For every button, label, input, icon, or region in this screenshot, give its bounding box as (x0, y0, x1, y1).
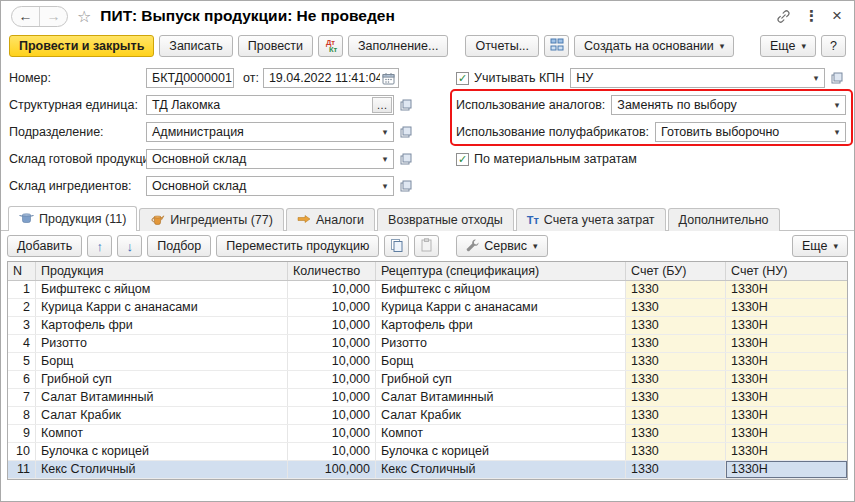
date-field[interactable]: 19.04.2022 11:41:04 (263, 68, 399, 88)
cell-account-bu[interactable]: 1330 (626, 353, 726, 370)
table-more-button[interactable]: Еще ▾ (792, 235, 848, 257)
cell-account-nu[interactable]: 1330Н (726, 389, 847, 406)
cell-account-nu[interactable]: 1330Н (726, 461, 847, 478)
chevron-down-icon[interactable]: ▾ (377, 123, 393, 141)
analogs-dropdown[interactable]: Заменять по выбору ▾ (611, 95, 846, 115)
link-icon[interactable] (776, 9, 791, 24)
cell-account-nu[interactable]: 1330Н (726, 371, 847, 388)
cell-quantity[interactable]: 10,000 (288, 389, 376, 406)
cell-product[interactable]: Кекс Столичный (36, 461, 288, 478)
cell-recipe[interactable]: Компот (376, 425, 626, 442)
cell-number[interactable]: 1 (8, 281, 36, 298)
tab-cost-accounts[interactable]: Тт Счета учета затрат (516, 208, 666, 231)
cell-recipe[interactable]: Картофель фри (376, 317, 626, 334)
cell-account-nu[interactable]: 1330Н (726, 443, 847, 460)
cell-product[interactable]: Булочка с корицей (36, 443, 288, 460)
close-icon[interactable]: × (832, 6, 842, 26)
cell-account-nu[interactable]: 1330Н (726, 317, 847, 334)
cell-account-bu[interactable]: 1330 (626, 461, 726, 478)
paste-rows-button[interactable] (414, 235, 439, 257)
more-button[interactable]: Еще ▾ (760, 35, 816, 57)
cell-quantity[interactable]: 10,000 (288, 299, 376, 316)
cell-quantity[interactable]: 10,000 (288, 353, 376, 370)
open-item-icon[interactable] (397, 177, 415, 195)
structure-button[interactable] (544, 35, 569, 57)
column-header-quantity[interactable]: Количество (288, 262, 376, 280)
cell-quantity[interactable]: 10,000 (288, 371, 376, 388)
cell-quantity[interactable]: 10,000 (288, 407, 376, 424)
table-row[interactable]: 5Борщ10,000Борщ13301330Н (8, 353, 847, 371)
cell-account-nu[interactable]: 1330Н (726, 353, 847, 370)
table-row[interactable]: 4Ризотто10,000Ризотто13301330Н (8, 335, 847, 353)
chevron-down-icon[interactable]: ▾ (829, 96, 845, 114)
material-costs-checkbox[interactable]: ✓ (456, 153, 469, 166)
cell-account-nu[interactable]: 1330Н (726, 299, 847, 316)
cell-recipe[interactable]: Бифштекс с яйцом (376, 281, 626, 298)
cell-recipe[interactable]: Булочка с корицей (376, 443, 626, 460)
number-field[interactable]: БКТД0000001 (146, 68, 234, 88)
column-header-number[interactable]: N (8, 262, 36, 280)
choose-ellipsis-button[interactable]: … (372, 97, 392, 113)
cell-account-bu[interactable]: 1330 (626, 407, 726, 424)
help-button[interactable]: ? (821, 35, 846, 57)
tab-return-waste[interactable]: Возвратные отходы (377, 208, 514, 231)
cell-recipe[interactable]: Грибной суп (376, 371, 626, 388)
open-item-icon[interactable] (397, 150, 415, 168)
cell-product[interactable]: Компот (36, 425, 288, 442)
chevron-down-icon[interactable]: ▾ (377, 150, 393, 168)
cell-number[interactable]: 10 (8, 443, 36, 460)
service-button[interactable]: Сервис ▾ (456, 235, 547, 257)
cell-account-bu[interactable]: 1330 (626, 425, 726, 442)
cell-account-nu[interactable]: 1330Н (726, 407, 847, 424)
cell-account-bu[interactable]: 1330 (626, 317, 726, 334)
structural-unit-field[interactable]: ТД Лакомка … (146, 95, 394, 115)
cell-quantity[interactable]: 10,000 (288, 335, 376, 352)
column-header-recipe[interactable]: Рецептура (спецификация) (376, 262, 626, 280)
cell-product[interactable]: Курица Карри с ананасами (36, 299, 288, 316)
kpn-field[interactable]: НУ ▾ (570, 68, 825, 88)
cell-account-nu[interactable]: 1330Н (726, 335, 847, 352)
column-header-account-nu[interactable]: Счет (НУ) (726, 262, 847, 280)
fill-button[interactable]: Заполнение... (348, 35, 448, 57)
cell-quantity[interactable]: 10,000 (288, 317, 376, 334)
cell-number[interactable]: 6 (8, 371, 36, 388)
cell-product[interactable]: Борщ (36, 353, 288, 370)
chevron-down-icon[interactable]: ▾ (829, 123, 845, 141)
cell-number[interactable]: 9 (8, 425, 36, 442)
cell-product[interactable]: Салат Витаминный (36, 389, 288, 406)
column-header-product[interactable]: Продукция (36, 262, 288, 280)
cell-number[interactable]: 3 (8, 317, 36, 334)
table-row[interactable]: 11Кекс Столичный100,000Кекс Столичный133… (8, 461, 847, 479)
more-menu-icon[interactable]: ⋮ (804, 7, 819, 25)
cell-recipe[interactable]: Курица Карри с ананасами (376, 299, 626, 316)
cell-recipe[interactable]: Ризотто (376, 335, 626, 352)
calendar-icon[interactable] (380, 69, 398, 87)
cell-quantity[interactable]: 10,000 (288, 281, 376, 298)
move-up-button[interactable]: ↑ (87, 235, 112, 257)
table-row[interactable]: 6Грибной суп10,000Грибной суп13301330Н (8, 371, 847, 389)
cell-account-nu[interactable]: 1330Н (726, 425, 847, 442)
table-row[interactable]: 8Салат Крабик10,000Салат Крабик13301330Н (8, 407, 847, 425)
cell-recipe[interactable]: Салат Витаминный (376, 389, 626, 406)
department-field[interactable]: Администрация ▾ (146, 122, 394, 142)
open-item-icon[interactable] (397, 96, 415, 114)
cell-recipe[interactable]: Борщ (376, 353, 626, 370)
tab-ingredients[interactable]: Ингредиенты (77) (139, 208, 284, 231)
cell-account-bu[interactable]: 1330 (626, 371, 726, 388)
cell-number[interactable]: 5 (8, 353, 36, 370)
cell-account-bu[interactable]: 1330 (626, 389, 726, 406)
cell-number[interactable]: 8 (8, 407, 36, 424)
cell-quantity[interactable]: 10,000 (288, 443, 376, 460)
cell-product[interactable]: Картофель фри (36, 317, 288, 334)
cell-product[interactable]: Ризотто (36, 335, 288, 352)
post-button[interactable]: Провести (238, 35, 313, 57)
open-item-icon[interactable] (828, 69, 846, 87)
pick-button[interactable]: Подбор (147, 235, 211, 257)
add-row-button[interactable]: Добавить (7, 235, 82, 257)
cell-number[interactable]: 7 (8, 389, 36, 406)
table-row[interactable]: 2Курица Карри с ананасами10,000Курица Ка… (8, 299, 847, 317)
favorite-star-icon[interactable]: ☆ (77, 7, 91, 26)
cell-number[interactable]: 2 (8, 299, 36, 316)
column-header-account-bu[interactable]: Счет (БУ) (626, 262, 726, 280)
cell-recipe[interactable]: Салат Крабик (376, 407, 626, 424)
